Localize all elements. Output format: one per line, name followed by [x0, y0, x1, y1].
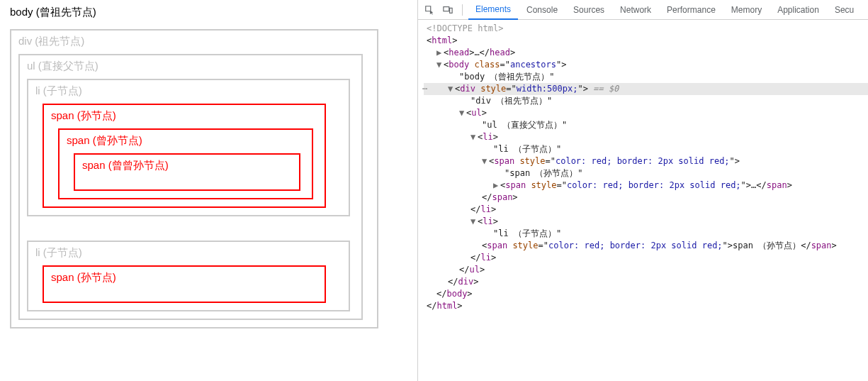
devtools-toolbar: Elements Console Sources Network Perform… — [418, 0, 868, 20]
span-label-3: span (曾曾孙节点) — [82, 159, 292, 172]
tab-elements[interactable]: Elements — [468, 0, 518, 20]
span-box-1: span (孙节点) span (曾孙节点) span (曾曾孙节点) — [43, 104, 326, 208]
svg-rect-1 — [450, 8, 453, 13]
span2-row[interactable]: <span style="color: red; border: 2px sol… — [424, 240, 868, 252]
li1-open-row[interactable]: ▼<li> — [424, 131, 868, 143]
device-icon[interactable] — [439, 1, 456, 18]
body-close-row[interactable]: </body> — [424, 288, 868, 300]
body-label: body (曾祖先节点) — [10, 6, 407, 19]
body-text-row[interactable]: "body （曾祖先节点）" — [424, 71, 868, 83]
html-open-row[interactable]: <html> — [424, 35, 868, 47]
tab-performance[interactable]: Performance — [660, 0, 723, 20]
div-label: div (祖先节点) — [18, 35, 370, 48]
tab-network[interactable]: Network — [613, 0, 658, 20]
tab-security[interactable]: Secu — [828, 0, 861, 20]
head-row[interactable]: ▶<head>…</head> — [424, 47, 868, 59]
div-close-row[interactable]: </div> — [424, 276, 868, 288]
devtools-panel: Elements Console Sources Network Perform… — [418, 0, 868, 381]
rendered-page: body (曾祖先节点) div (祖先节点) ul (直接父节点) li (子… — [0, 0, 418, 381]
li-label-1: li (子节点) — [35, 84, 342, 98]
span-box-3: span (曾曾孙节点) — [74, 153, 300, 191]
ul-close-row[interactable]: </ul> — [424, 264, 868, 276]
li1-close-row[interactable]: </li> — [424, 204, 868, 216]
ul-open-row[interactable]: ▼<ul> — [424, 107, 868, 119]
toolbar-separator — [462, 4, 463, 16]
li2-text-row[interactable]: "li （子节点）" — [424, 228, 868, 240]
li1-text-row[interactable]: "li （子节点）" — [424, 143, 868, 155]
tab-application[interactable]: Application — [770, 0, 826, 20]
span-label-2: span (曾孙节点) — [67, 134, 305, 148]
ul-text-row[interactable]: "ul （直接父节点）" — [424, 119, 868, 131]
li-box-2: li (子节点) span (孙节点) — [27, 241, 350, 311]
span-label-1: span (孙节点) — [51, 109, 317, 123]
tab-sources[interactable]: Sources — [566, 0, 611, 20]
li2-close-row[interactable]: </li> — [424, 252, 868, 264]
li-box-1: li (子节点) span (孙节点) span (曾孙节点) span (曾曾… — [27, 79, 350, 216]
span-box-1b: span (孙节点) — [43, 265, 326, 303]
span-open-row[interactable]: ▼<span style="color: red; border: 2px so… — [424, 155, 868, 167]
li-label-2: li (子节点) — [35, 246, 342, 260]
div-box: div (祖先节点) ul (直接父节点) li (子节点) span (孙节点… — [10, 29, 378, 328]
span-close-row[interactable]: </span> — [424, 192, 868, 204]
li2-open-row[interactable]: ▼<li> — [424, 216, 868, 228]
html-close-row[interactable]: </html> — [424, 300, 868, 312]
span-label-1b: span (孙节点) — [51, 271, 317, 285]
ul-box: ul (直接父节点) li (子节点) span (孙节点) span (曾孙节… — [18, 54, 363, 320]
tab-memory[interactable]: Memory — [724, 0, 769, 20]
div-open-row[interactable]: ▼<div style="width:500px;"> == $0 — [424, 83, 868, 95]
div-text-row[interactable]: "div （祖先节点）" — [424, 95, 868, 107]
svg-rect-0 — [444, 6, 449, 11]
body-open-row[interactable]: ▼<body class="ancestors"> — [424, 59, 868, 71]
doctype-row[interactable]: <!DOCTYPE html> — [427, 23, 503, 33]
tab-console[interactable]: Console — [519, 0, 565, 20]
ul-label: ul (直接父节点) — [27, 60, 354, 73]
span-text-row[interactable]: "span （孙节点）" — [424, 167, 868, 180]
span-inner-row[interactable]: ▶<span style="color: red; border: 2px so… — [424, 180, 868, 192]
dom-tree[interactable]: <!DOCTYPE html> <html> ▶<head>…</head> ▼… — [418, 20, 868, 381]
inspect-icon[interactable] — [421, 1, 438, 18]
span-box-2: span (曾孙节点) span (曾曾孙节点) — [58, 128, 313, 199]
